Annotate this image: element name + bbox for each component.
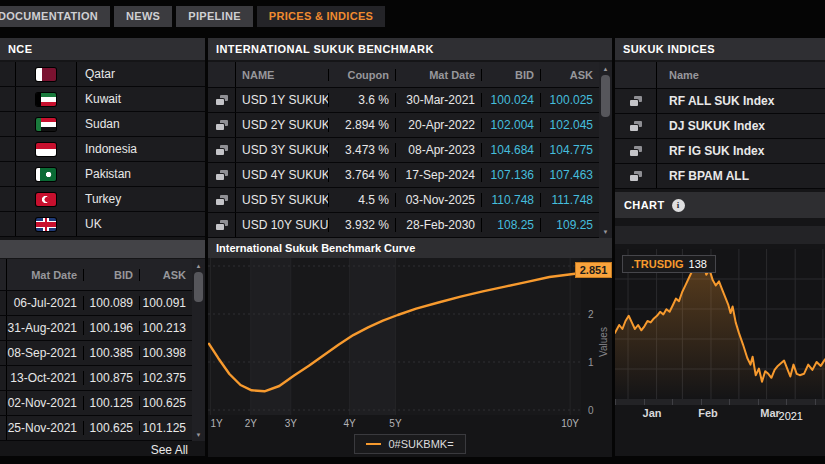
benchmark-table: NAME Coupon Mat Date BID ASK USD 1Y SUKU… (208, 62, 612, 238)
legend-line-icon (366, 443, 381, 445)
col-ask[interactable]: ASK (139, 269, 192, 281)
flag-pakistan-icon (36, 168, 56, 181)
table-header: Mat Date BID ASK (0, 259, 192, 291)
panel-indices: SUKUK INDICES Name RF ALL SUK Index DJ S… (615, 38, 825, 456)
quote-icon[interactable] (216, 195, 228, 205)
col-ask[interactable]: ASK (540, 69, 599, 81)
country-row-indonesia[interactable]: Indonesia (0, 137, 205, 162)
svg-text:4Y: 4Y (343, 418, 356, 429)
table-row[interactable]: 31-Aug-2021 100.196 100.213 (0, 316, 192, 341)
last-value-badge: 2.851 (575, 262, 612, 278)
x-tick-feb: Feb (693, 407, 723, 419)
scrollbar-thumb[interactable] (601, 75, 610, 117)
index-row[interactable]: RF IG SUK Index (615, 139, 825, 164)
svg-text:1: 1 (588, 357, 594, 368)
quote-icon[interactable] (630, 96, 642, 106)
scroll-down-icon[interactable] (192, 429, 205, 440)
ric-badge[interactable]: .TRUSDIG 138 (622, 255, 716, 273)
svg-text:2Y: 2Y (245, 418, 258, 429)
country-row-uk[interactable]: UK (0, 212, 205, 237)
quote-icon[interactable] (216, 120, 228, 130)
country-list: Qatar Kuwait Sudan Indonesia Pakistan (0, 62, 205, 237)
table-row[interactable]: 02-Nov-2021 100.125 100.625 (0, 391, 192, 416)
col-bid[interactable]: BID (83, 269, 139, 281)
country-name: Pakistan (77, 167, 205, 181)
table-header: NAME Coupon Mat Date BID ASK (208, 62, 599, 88)
country-row-qatar[interactable]: Qatar (0, 62, 205, 87)
flag-indonesia-icon (36, 143, 56, 156)
scroll-up-icon[interactable] (599, 63, 612, 74)
col-name[interactable]: Name (657, 69, 825, 81)
quote-icon[interactable] (216, 145, 228, 155)
terminal-screen: DOCUMENTATION NEWS PIPELINE PRICES & IND… (0, 0, 825, 464)
index-row[interactable]: DJ SUKUK Index (615, 114, 825, 139)
col-mat-date[interactable]: Mat Date (7, 269, 83, 281)
ric-last-value: 138 (689, 258, 707, 270)
index-row[interactable]: RF ALL SUK Index (615, 89, 825, 114)
benchmark-row[interactable]: USD 10Y SUKUK 3.932 % 28-Feb-2030 108.25… (208, 213, 599, 238)
table-row[interactable]: 06-Jul-2021 100.089 100.091 (0, 291, 192, 316)
col-name[interactable]: NAME (236, 69, 328, 81)
svg-text:3Y: 3Y (285, 418, 298, 429)
chart-legend[interactable]: 0#SUKBMK= (354, 434, 465, 454)
flag-turkey-icon (36, 193, 56, 206)
country-row-kuwait[interactable]: Kuwait (0, 87, 205, 112)
table-row[interactable]: 25-Nov-2021 100.625 101.125 (0, 416, 192, 441)
row-gutter (0, 62, 16, 86)
country-row-sudan[interactable]: Sudan (0, 112, 205, 137)
quote-icon[interactable] (630, 121, 642, 131)
scroll-up-icon[interactable] (192, 260, 205, 271)
col-bid[interactable]: BID (481, 69, 540, 81)
scroll-down-icon[interactable] (599, 226, 612, 237)
flag-kuwait-icon (36, 93, 56, 106)
tab-prices-indices[interactable]: PRICES & INDICES (257, 6, 385, 27)
svg-text:1Y: 1Y (210, 418, 223, 429)
index-chart[interactable]: .TRUSDIG 138 (615, 249, 825, 399)
panel-benchmark: INTERNATIONAL SUKUK BENCHMARK NAME Coupo… (208, 38, 612, 457)
chart-section-header: CHART (615, 192, 825, 218)
country-row-turkey[interactable]: Turkey (0, 187, 205, 212)
vertical-scrollbar[interactable] (599, 62, 612, 238)
country-name: Kuwait (77, 92, 205, 106)
quote-icon[interactable] (630, 171, 642, 181)
benchmark-panel-title: INTERNATIONAL SUKUK BENCHMARK (208, 38, 612, 60)
country-name: Qatar (77, 67, 205, 81)
x-axis-year: 2021 (779, 410, 803, 422)
panel-title-left: NCE (0, 38, 205, 60)
x-tick-jan: Jan (637, 407, 667, 419)
quote-icon[interactable] (216, 95, 228, 105)
info-icon[interactable] (672, 199, 685, 212)
section-divider-bar (0, 240, 205, 258)
country-name: Turkey (77, 192, 205, 206)
col-mat-date[interactable]: Mat Date (395, 69, 481, 81)
benchmark-row[interactable]: USD 4Y SUKUK 3.764 % 17-Sep-2024 107.136… (208, 163, 599, 188)
see-all-link[interactable]: See All (151, 443, 188, 457)
benchmark-curve-chart[interactable]: 0123Values1Y2Y3Y4Y5Y10Y 2.851 (208, 258, 612, 430)
scrollbar-thumb[interactable] (194, 272, 203, 302)
table-row[interactable]: 08-Sep-2021 100.385 100.398 (0, 341, 192, 366)
quote-icon[interactable] (216, 170, 228, 180)
tab-news[interactable]: NEWS (114, 6, 172, 27)
table-row[interactable]: 13-Oct-2021 100.875 102.375 (0, 366, 192, 391)
benchmark-row[interactable]: USD 5Y SUKUK 4.5 % 03-Nov-2025 110.748 1… (208, 188, 599, 213)
flag-qatar-icon (36, 68, 56, 81)
quote-icon[interactable] (216, 220, 228, 230)
col-coupon[interactable]: Coupon (328, 69, 395, 81)
table-header: Name (615, 62, 825, 89)
flag-uk-icon (36, 218, 56, 231)
chart-toolbar-strip (615, 226, 825, 244)
tab-pipeline[interactable]: PIPELINE (176, 6, 253, 27)
country-row-pakistan[interactable]: Pakistan (0, 162, 205, 187)
benchmark-row[interactable]: USD 1Y SUKUK 3.6 % 30-Mar-2021 100.024 1… (208, 88, 599, 113)
top-nav: DOCUMENTATION NEWS PIPELINE PRICES & IND… (0, 6, 385, 27)
country-name: Indonesia (77, 142, 205, 156)
svg-text:2: 2 (588, 309, 594, 320)
maturity-table: Mat Date BID ASK 06-Jul-2021 100.089 100… (0, 259, 205, 441)
quote-icon[interactable] (630, 146, 642, 156)
vertical-scrollbar[interactable] (192, 259, 205, 441)
indices-table: Name RF ALL SUK Index DJ SUKUK Index RF … (615, 62, 825, 189)
benchmark-row[interactable]: USD 3Y SUKUK 3.473 % 08-Apr-2023 104.684… (208, 138, 599, 163)
tab-documentation[interactable]: DOCUMENTATION (0, 6, 110, 27)
index-row[interactable]: RF BPAM ALL (615, 164, 825, 189)
benchmark-row[interactable]: USD 2Y SUKUK 2.894 % 20-Apr-2022 102.004… (208, 113, 599, 138)
